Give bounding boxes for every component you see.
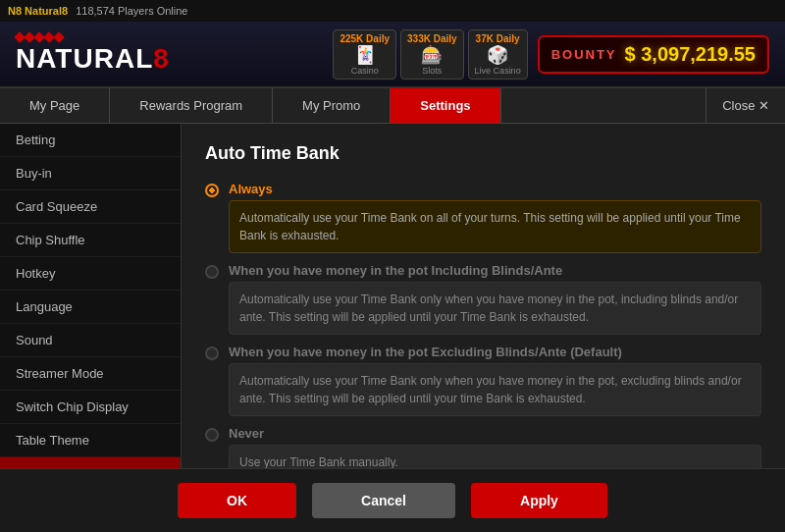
tab-settings[interactable]: Settings	[391, 88, 500, 123]
option-with-blinds-desc: Automatically use your Time Bank only wh…	[229, 282, 761, 335]
option-with-blinds: When you have money in the pot Including…	[205, 263, 761, 335]
game-icon-slots[interactable]: 333K Daily 🎰 Slots	[400, 29, 464, 80]
sidebar-item-card-squeeze[interactable]: Card Squeeze	[0, 190, 181, 224]
bounty-label: BOUNTY	[551, 47, 617, 62]
close-button[interactable]: Close ✕	[706, 88, 785, 123]
tab-my-promo[interactable]: My Promo	[273, 88, 391, 123]
radio-option-never[interactable]: Never Use your Time Bank manually.	[205, 426, 761, 468]
middle-row: Betting Buy-in Card Squeeze Chip Shuffle…	[0, 124, 785, 468]
option-without-blinds-desc: Automatically use your Time Bank only wh…	[229, 363, 761, 416]
header: NATURAL8 225K Daily 🃏 Casino 333K Daily …	[0, 22, 785, 88]
full-layout: Betting Buy-in Card Squeeze Chip Shuffle…	[0, 124, 785, 532]
logo-diamonds	[16, 33, 170, 41]
apply-button[interactable]: Apply	[471, 483, 607, 518]
players-online: 118,574 Players Online	[76, 5, 187, 17]
option-never-desc: Use your Time Bank manually.	[229, 445, 761, 468]
sidebar-item-time-bank[interactable]: Time Bank	[0, 457, 181, 468]
radio-option-without-blinds[interactable]: When you have money in the pot Excluding…	[205, 345, 761, 416]
bounty-amount: $ 3,097,219.55	[625, 43, 756, 66]
option-never-content: Never Use your Time Bank manually.	[229, 426, 761, 468]
logo: NATURAL8	[16, 33, 170, 75]
radio-never-indicator[interactable]	[205, 428, 219, 442]
option-without-blinds-label: When you have money in the pot Excluding…	[229, 345, 761, 359]
buttons-row: OK Cancel Apply	[0, 468, 785, 532]
game-icon-live-casino[interactable]: 37K Daily 🎲 Live Casino	[468, 29, 528, 80]
option-always-content: Always Automatically use your Time Bank …	[229, 182, 761, 253]
option-never-label: Never	[229, 426, 761, 441]
sidebar-item-language[interactable]: Language	[0, 291, 181, 324]
option-with-blinds-content: When you have money in the pot Including…	[229, 263, 761, 335]
cancel-button[interactable]: Cancel	[312, 483, 455, 518]
radio-always-indicator[interactable]	[205, 184, 219, 197]
nav-tabs: My Page Rewards Program My Promo Setting…	[0, 88, 785, 124]
radio-option-with-blinds[interactable]: When you have money in the pot Including…	[205, 263, 761, 335]
game-icon-casino[interactable]: 225K Daily 🃏 Casino	[333, 29, 396, 80]
option-with-blinds-label: When you have money in the pot Including…	[229, 263, 761, 278]
radio-group: Always Automatically use your Time Bank …	[205, 182, 761, 468]
option-never: Never Use your Time Bank manually.	[205, 426, 761, 468]
sidebar-wrapper: Betting Buy-in Card Squeeze Chip Shuffle…	[0, 124, 182, 468]
sidebar-item-betting[interactable]: Betting	[0, 124, 181, 157]
tab-my-page[interactable]: My Page	[0, 88, 110, 123]
bounty-box: BOUNTY $ 3,097,219.55	[538, 35, 769, 74]
sidebar-item-sound[interactable]: Sound	[0, 324, 181, 357]
option-always-label: Always	[229, 182, 761, 196]
sidebar-item-hotkey[interactable]: Hotkey	[0, 257, 181, 291]
sidebar-item-table-theme[interactable]: Table Theme	[0, 424, 181, 457]
header-right: 225K Daily 🃏 Casino 333K Daily 🎰 Slots 3…	[333, 29, 769, 80]
option-without-blinds-content: When you have money in the pot Excluding…	[229, 345, 761, 416]
game-icons: 225K Daily 🃏 Casino 333K Daily 🎰 Slots 3…	[333, 29, 527, 80]
sidebar-items: Betting Buy-in Card Squeeze Chip Shuffle…	[0, 124, 181, 468]
logo-text: NATURAL8	[16, 43, 170, 75]
radio-with-blinds-indicator[interactable]	[205, 265, 219, 279]
title-logo: N8 Natural8	[8, 5, 68, 17]
content-area: Auto Time Bank Always Automatically use …	[182, 124, 785, 468]
sidebar-item-buy-in[interactable]: Buy-in	[0, 157, 181, 190]
option-always: Always Automatically use your Time Bank …	[205, 182, 761, 253]
content-title: Auto Time Bank	[205, 143, 761, 164]
option-without-blinds: When you have money in the pot Excluding…	[205, 345, 761, 416]
option-always-desc: Automatically use your Time Bank on all …	[229, 200, 761, 253]
radio-without-blinds-indicator[interactable]	[205, 346, 219, 360]
radio-option-always[interactable]: Always Automatically use your Time Bank …	[205, 182, 761, 253]
sidebar-item-chip-shuffle[interactable]: Chip Shuffle	[0, 224, 181, 257]
sidebar-item-streamer-mode[interactable]: Streamer Mode	[0, 357, 181, 391]
sidebar-item-switch-chip-display[interactable]: Switch Chip Display	[0, 391, 181, 424]
tab-rewards-program[interactable]: Rewards Program	[110, 88, 273, 123]
title-bar: N8 Natural8 118,574 Players Online	[0, 0, 785, 22]
ok-button[interactable]: OK	[178, 483, 296, 518]
